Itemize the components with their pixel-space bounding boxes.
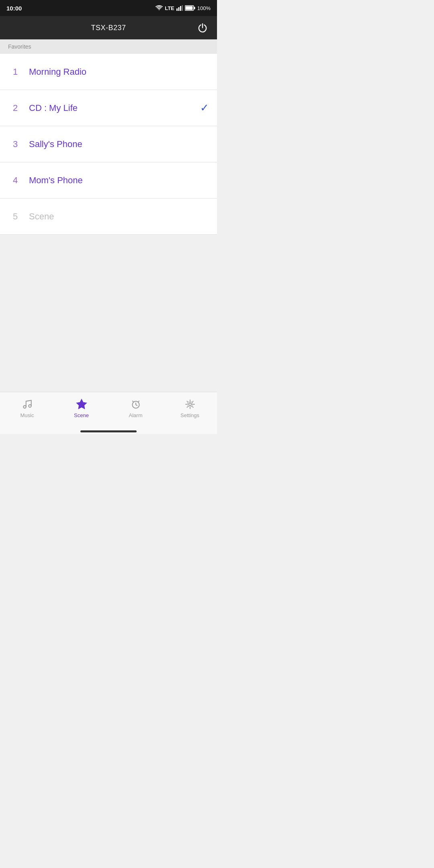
nav-item-scene[interactable]: Scene: [54, 398, 108, 418]
item-label-4: Mom's Phone: [29, 175, 209, 186]
nav-label-alarm: Alarm: [129, 412, 143, 418]
item-label-2: CD : My Life: [29, 103, 200, 113]
item-number-1: 1: [8, 67, 23, 77]
svg-rect-3: [182, 5, 183, 11]
battery-percent: 100%: [197, 5, 211, 11]
item-number-4: 4: [8, 175, 23, 186]
svg-rect-5: [194, 7, 195, 9]
home-indicator: [0, 428, 217, 434]
svg-rect-6: [185, 6, 192, 10]
favorite-item-2[interactable]: 2 CD : My Life ✓: [0, 90, 217, 126]
svg-point-9: [188, 403, 191, 405]
bottom-nav: Music Scene Alarm Setti: [0, 392, 217, 428]
lte-label: LTE: [165, 5, 174, 11]
status-bar: 10:00 LTE 100%: [0, 0, 217, 16]
nav-item-alarm[interactable]: Alarm: [108, 398, 163, 418]
svg-rect-2: [180, 6, 181, 11]
battery-icon: [185, 5, 195, 11]
item-label-5: Scene: [29, 211, 209, 222]
status-time: 10:00: [6, 5, 22, 12]
nav-label-scene: Scene: [74, 412, 89, 418]
app-header: TSX-B237: [0, 16, 217, 39]
alarm-icon: [130, 398, 142, 410]
nav-item-settings[interactable]: Settings: [163, 398, 217, 418]
scene-star-icon: [76, 398, 88, 410]
item-number-2: 2: [8, 103, 23, 113]
status-icons: LTE 100%: [156, 5, 211, 11]
section-header: Favorites: [0, 39, 217, 54]
settings-gear-icon: [184, 398, 196, 410]
checkmark-icon-2: ✓: [200, 102, 209, 114]
favorite-item-5[interactable]: 5 Scene: [0, 199, 217, 235]
svg-rect-0: [176, 8, 178, 11]
svg-rect-1: [178, 7, 179, 11]
favorite-item-1[interactable]: 1 Morning Radio: [0, 54, 217, 90]
wifi-icon: [156, 5, 163, 11]
nav-label-music: Music: [20, 412, 34, 418]
svg-marker-7: [76, 399, 86, 409]
favorites-list: 1 Morning Radio 2 CD : My Life ✓ 3 Sally…: [0, 54, 217, 235]
home-indicator-bar: [80, 430, 137, 432]
favorite-item-3[interactable]: 3 Sally's Phone: [0, 126, 217, 162]
signal-icon: [176, 5, 183, 11]
item-label-1: Morning Radio: [29, 67, 209, 77]
item-label-3: Sally's Phone: [29, 139, 209, 149]
nav-item-music[interactable]: Music: [0, 398, 54, 418]
nav-label-settings: Settings: [180, 412, 199, 418]
item-number-5: 5: [8, 211, 23, 222]
app-title: TSX-B237: [91, 24, 126, 32]
empty-area: [0, 235, 217, 392]
music-icon: [21, 398, 33, 410]
power-icon: [197, 23, 208, 33]
svg-point-10: [187, 401, 192, 407]
favorite-item-4[interactable]: 4 Mom's Phone: [0, 162, 217, 199]
item-number-3: 3: [8, 139, 23, 149]
power-button[interactable]: [196, 21, 209, 34]
